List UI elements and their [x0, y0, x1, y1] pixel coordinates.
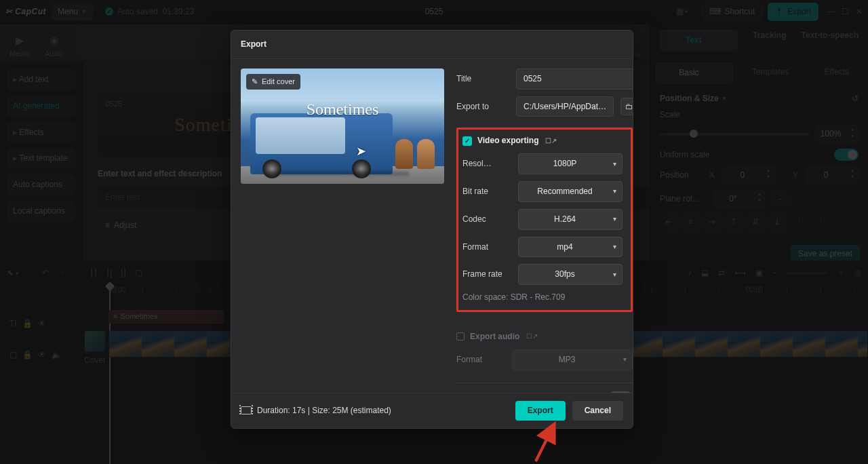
chevron-down-icon: ▾	[623, 355, 627, 364]
resolution-label: Resol…	[462, 158, 511, 170]
pencil-icon: ✎	[252, 77, 258, 87]
copyright-toggle[interactable]	[608, 391, 633, 393]
folder-icon[interactable]: 🗀	[620, 98, 633, 115]
edit-cover-button[interactable]: ✎ Edit cover	[246, 74, 300, 90]
framerate-label: Frame rate	[462, 269, 511, 280]
export-to-label: Export to	[456, 101, 509, 113]
chevron-down-icon: ▾	[613, 187, 616, 196]
copyright-row: Run a copyright check i	[456, 391, 633, 393]
export-to-row: Export to C:/Users/HP/AppDat… 🗀	[456, 96, 633, 117]
link-out-icon[interactable]: ☐↗	[545, 136, 557, 146]
title-input[interactable]: 0525	[516, 69, 633, 90]
export-audio-section: Export audio ☐↗ Format MP3▾	[456, 331, 633, 370]
bitrate-label: Bit rate	[462, 186, 511, 197]
color-space-text: Color space: SDR - Rec.709	[462, 292, 623, 303]
format-select[interactable]: mp4▾	[518, 237, 623, 258]
bitrate-select[interactable]: Recommended▾	[518, 181, 623, 202]
export-confirm-button[interactable]: Export	[515, 401, 566, 421]
duration-text: Duration: 17s | Size: 25M (estimated)	[257, 405, 391, 417]
title-row: Title 0525	[456, 69, 633, 90]
codec-select[interactable]: H.264▾	[518, 209, 623, 230]
cancel-button[interactable]: Cancel	[572, 401, 623, 421]
audio-format-select: MP3▾	[512, 349, 633, 370]
dialog-footer: Duration: 17s | Size: 25M (estimated) Ex…	[231, 393, 633, 428]
cover-overlay-text: Sometimes	[307, 98, 379, 121]
export-to-input[interactable]: C:/Users/HP/AppDat…	[516, 96, 614, 117]
export-audio-label: Export audio	[470, 331, 519, 343]
chevron-down-icon: ▾	[613, 159, 616, 169]
chevron-down-icon: ▾	[613, 270, 616, 279]
format-label: Format	[462, 241, 511, 253]
video-exporting-label: Video exporting	[477, 135, 538, 147]
divider	[456, 383, 633, 383]
edit-cover-label: Edit cover	[262, 77, 295, 87]
title-label: Title	[456, 73, 509, 85]
checkbox-checked-icon: ✓	[462, 136, 472, 146]
video-exporting-highlight: ✓ Video exporting ☐↗ Resol… 1080P▾ Bit r…	[456, 128, 633, 312]
codec-label: Codec	[462, 214, 511, 225]
copyright-label: Run a copyright check	[456, 391, 537, 393]
resolution-select[interactable]: 1080P▾	[518, 153, 623, 174]
dialog-title: Export	[231, 31, 633, 59]
duration-info: Duration: 17s | Size: 25M (estimated)	[241, 405, 391, 417]
video-exporting-checkbox[interactable]: ✓ Video exporting ☐↗	[462, 135, 623, 147]
film-icon	[241, 406, 252, 414]
export-dialog: Export Sometimes ✎ Edit cover ➤ Title 05…	[231, 30, 633, 429]
chevron-down-icon: ▾	[613, 242, 616, 252]
audio-format-label: Format	[456, 354, 505, 366]
chevron-down-icon: ▾	[613, 214, 616, 224]
audio-checkbox[interactable]	[456, 332, 465, 341]
link-out-icon[interactable]: ☐↗	[526, 332, 538, 341]
cover-preview: Sometimes ✎ Edit cover ➤	[241, 69, 444, 184]
cursor-icon: ➤	[356, 143, 366, 160]
framerate-select[interactable]: 30fps▾	[518, 264, 623, 285]
